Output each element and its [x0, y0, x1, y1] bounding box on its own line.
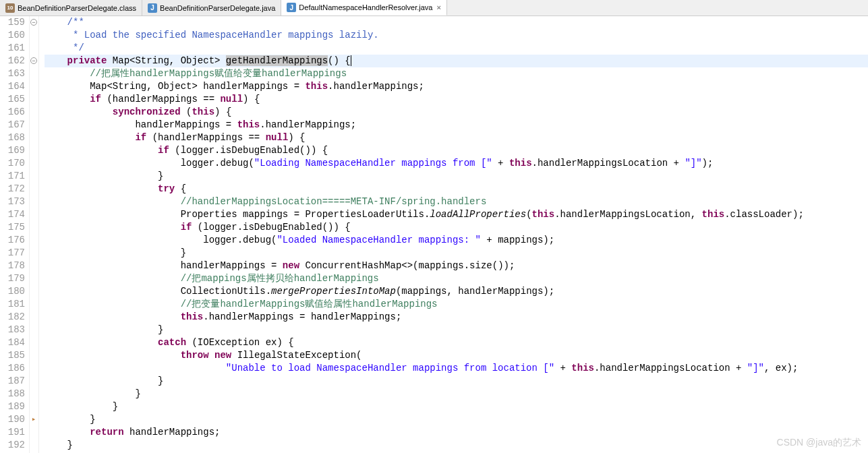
- code-line[interactable]: //把属性handlerMappings赋值给变量handlerMappings: [45, 67, 868, 80]
- line-number: 179: [0, 272, 25, 285]
- override-marker-icon: ▸: [30, 416, 37, 423]
- code-line[interactable]: CollectionUtils.mergePropertiesIntoMap(m…: [45, 285, 868, 298]
- tab-label: DefaultNamespaceHandlerResolver.java: [299, 3, 432, 11]
- code-line[interactable]: Properties mappings = PropertiesLoaderUt…: [45, 208, 868, 221]
- code-line[interactable]: synchronized (this) {: [45, 106, 868, 119]
- line-number: 161: [0, 42, 25, 55]
- code-line[interactable]: //handlerMappingsLocation=====META-INF/s…: [45, 195, 868, 208]
- line-number: 172: [0, 183, 25, 195]
- line-number: 191: [0, 426, 25, 439]
- line-number: 185: [0, 349, 25, 362]
- code-line[interactable]: if (handlerMappings == null) {: [45, 131, 868, 144]
- tab-1[interactable]: JBeanDefinitionParserDelegate.java: [142, 0, 281, 16]
- line-number: 166: [0, 106, 25, 119]
- close-icon[interactable]: ×: [436, 3, 440, 11]
- code-line[interactable]: logger.debug("Loading NamespaceHandler m…: [45, 157, 868, 170]
- line-number: 168: [0, 131, 25, 144]
- code-line[interactable]: logger.debug("Loaded NamespaceHandler ma…: [45, 234, 868, 247]
- line-number: 177: [0, 247, 25, 260]
- tab-label: BeanDefinitionParserDelegate.class: [18, 4, 136, 12]
- line-number: 174: [0, 208, 25, 221]
- code-line[interactable]: //把变量handlerMappings赋值给属性handlerMappings: [45, 298, 868, 311]
- line-number: 189: [0, 400, 25, 413]
- line-number: 165: [0, 93, 25, 106]
- line-number: 173: [0, 195, 25, 208]
- line-number: 192: [0, 439, 25, 452]
- code-content[interactable]: /** * Load the specified NamespaceHandle…: [39, 16, 868, 453]
- code-line[interactable]: */: [45, 42, 868, 55]
- line-number: 163: [0, 67, 25, 80]
- line-number: 169: [0, 144, 25, 157]
- fold-toggle-icon[interactable]: −: [30, 19, 37, 26]
- editor-area: 1591601611621631641651661671681691701711…: [0, 16, 868, 453]
- line-number: 162: [0, 55, 25, 67]
- code-line[interactable]: }: [45, 170, 868, 183]
- line-number: 184: [0, 336, 25, 349]
- java-file-icon: J: [287, 3, 296, 12]
- code-line[interactable]: if (logger.isDebugEnabled()) {: [45, 221, 868, 234]
- code-line[interactable]: }: [45, 247, 868, 260]
- fold-toggle-icon[interactable]: −: [30, 57, 37, 64]
- line-number-gutter: 1591601611621631641651661671681691701711…: [0, 16, 30, 453]
- line-number: 180: [0, 285, 25, 298]
- code-line[interactable]: }: [45, 400, 868, 413]
- code-line[interactable]: catch (IOException ex) {: [45, 336, 868, 349]
- code-line[interactable]: }: [45, 388, 868, 400]
- code-line[interactable]: if (logger.isDebugEnabled()) {: [45, 144, 868, 157]
- code-line[interactable]: //把mappings属性拷贝给handlerMappings: [45, 272, 868, 285]
- class-file-icon: 10: [5, 3, 15, 13]
- line-number: 160: [0, 29, 25, 42]
- code-line[interactable]: return handlerMappings;: [45, 426, 868, 439]
- line-number: 171: [0, 170, 25, 183]
- code-line[interactable]: throw new IllegalStateException(: [45, 349, 868, 362]
- code-line[interactable]: handlerMappings = this.handlerMappings;: [45, 119, 868, 131]
- code-line[interactable]: Map<String, Object> handlerMappings = th…: [45, 80, 868, 93]
- line-number: 190: [0, 413, 25, 426]
- folding-marker-gutter: −−▸: [30, 16, 39, 453]
- code-line[interactable]: handlerMappings = new ConcurrentHashMap<…: [45, 260, 868, 272]
- line-number: 186: [0, 362, 25, 375]
- code-line[interactable]: }: [45, 324, 868, 336]
- tab-0[interactable]: 10BeanDefinitionParserDelegate.class: [0, 0, 142, 16]
- line-number: 175: [0, 221, 25, 234]
- line-number: 164: [0, 80, 25, 93]
- line-number: 159: [0, 16, 25, 29]
- tab-2[interactable]: JDefaultNamespaceHandlerResolver.java×: [281, 0, 447, 16]
- editor-tabs: 10BeanDefinitionParserDelegate.classJBea…: [0, 0, 868, 16]
- line-number: 181: [0, 298, 25, 311]
- line-number: 178: [0, 260, 25, 272]
- line-number: 167: [0, 119, 25, 131]
- java-file-icon: J: [148, 3, 157, 13]
- line-number: 182: [0, 311, 25, 324]
- code-line[interactable]: }: [45, 375, 868, 388]
- code-line[interactable]: }: [45, 439, 868, 452]
- line-number: 188: [0, 388, 25, 400]
- code-line[interactable]: /**: [45, 16, 868, 29]
- line-number: 183: [0, 324, 25, 336]
- code-line[interactable]: this.handlerMappings = handlerMappings;: [45, 311, 868, 324]
- watermark-text: CSDN @java的艺术: [777, 437, 861, 449]
- code-line[interactable]: "Unable to load NamespaceHandler mapping…: [45, 362, 868, 375]
- line-number: 187: [0, 375, 25, 388]
- code-line[interactable]: if (handlerMappings == null) {: [45, 93, 868, 106]
- code-line[interactable]: private Map<String, Object> getHandlerMa…: [45, 55, 868, 67]
- tab-label: BeanDefinitionParserDelegate.java: [160, 4, 275, 12]
- code-line[interactable]: try {: [45, 183, 868, 195]
- code-line[interactable]: * Load the specified NamespaceHandler ma…: [45, 29, 868, 42]
- code-line[interactable]: }: [45, 413, 868, 426]
- line-number: 170: [0, 157, 25, 170]
- line-number: 176: [0, 234, 25, 247]
